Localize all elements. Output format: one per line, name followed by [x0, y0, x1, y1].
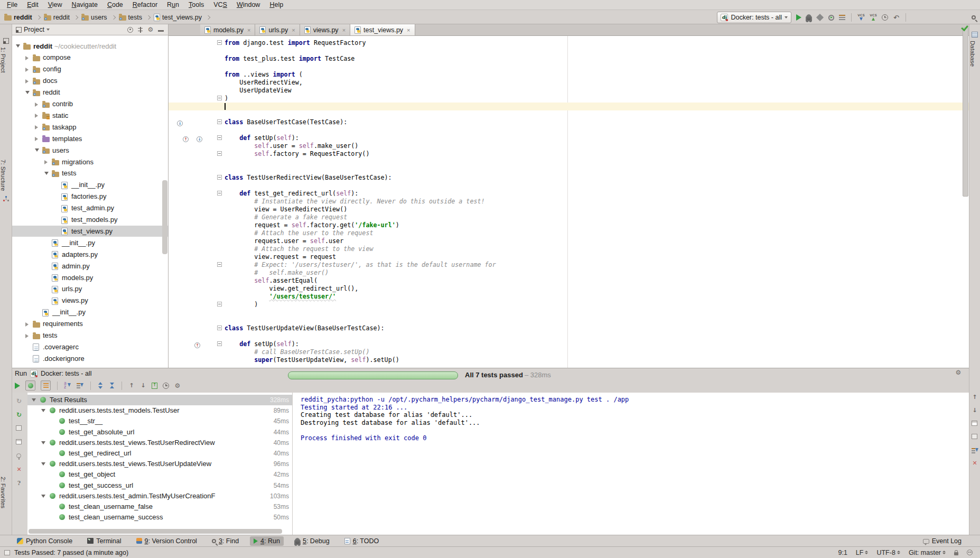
- tree-item-config[interactable]: config: [12, 64, 168, 75]
- toolwindow-button-6-todo[interactable]: 6: TODO: [341, 536, 383, 546]
- test-row[interactable]: reddit.users.tests.test_models.TestUser8…: [27, 405, 292, 416]
- tab-urls.py[interactable]: urls.py×: [255, 24, 300, 35]
- dbtool-icon[interactable]: [972, 32, 978, 38]
- profiler-icon[interactable]: [828, 15, 834, 21]
- tree-item-admin.py[interactable]: admin.py: [12, 261, 168, 272]
- expanded-arrow-icon[interactable]: [41, 441, 45, 444]
- expanded-arrow-icon[interactable]: [32, 398, 36, 402]
- breadcrumb-item[interactable]: test_views.py: [154, 14, 202, 21]
- toolwindow-toggle-icon[interactable]: [4, 550, 10, 555]
- tree-item-requirements[interactable]: requirements: [12, 319, 168, 330]
- fold-marker-icon[interactable]: [217, 135, 222, 140]
- fold-marker-icon[interactable]: [217, 96, 222, 100]
- grid-icon[interactable]: [16, 439, 22, 444]
- play-icon[interactable]: [796, 14, 801, 21]
- sortdur-icon[interactable]: [77, 382, 84, 389]
- close-icon[interactable]: [972, 460, 978, 467]
- tree-item-__init__.py[interactable]: __init__.py: [12, 237, 168, 248]
- tree-item-compose[interactable]: compose: [12, 52, 168, 63]
- clock-icon[interactable]: [882, 14, 888, 21]
- expanded-arrow-icon[interactable]: [44, 172, 49, 175]
- gear-icon[interactable]: [955, 369, 962, 376]
- collapsed-arrow-icon[interactable]: [25, 334, 29, 338]
- tree-item-.dockerignore[interactable]: .dockerignore: [12, 353, 168, 364]
- breadcrumb-item[interactable]: tests: [119, 14, 142, 21]
- tree-item-__init__.py[interactable]: __init__.py: [12, 307, 168, 318]
- coverage-icon[interactable]: [816, 14, 824, 21]
- tab-views.py[interactable]: views.py×: [300, 24, 350, 35]
- collapsed-arrow-icon[interactable]: [25, 79, 29, 83]
- rerun-icon[interactable]: [16, 412, 22, 418]
- tree-item-templates[interactable]: templates: [12, 133, 168, 144]
- tree-item-test_views.py[interactable]: test_views.py: [12, 226, 168, 237]
- sidebar-item-database[interactable]: Database: [969, 41, 980, 67]
- status-widget[interactable]: Git: master: [909, 549, 946, 556]
- collapsed-arrow-icon[interactable]: [35, 114, 38, 118]
- test-row[interactable]: reddit.users.tests.test_views.TestUserUp…: [27, 459, 292, 469]
- fold-marker-icon[interactable]: [217, 341, 222, 346]
- menu-help[interactable]: Help: [265, 1, 288, 8]
- tree-item-.coveragerc[interactable]: .coveragerc: [12, 341, 168, 352]
- toolwindow-button-3-find[interactable]: 3: Find: [208, 536, 242, 546]
- tab-close-icon[interactable]: ×: [342, 27, 346, 33]
- ovr-down-icon[interactable]: [197, 136, 202, 142]
- editor-scrollbar[interactable]: [963, 27, 968, 197]
- tab-models.py[interactable]: models.py×: [200, 24, 255, 35]
- rerunfail-icon[interactable]: [16, 398, 22, 404]
- menu-view[interactable]: View: [43, 1, 67, 8]
- event-log-button[interactable]: Event Log: [919, 536, 965, 546]
- collapsed-arrow-icon[interactable]: [25, 322, 29, 327]
- menu-window[interactable]: Window: [232, 1, 265, 8]
- projtool-icon[interactable]: [3, 38, 9, 44]
- arrup-icon[interactable]: [128, 383, 135, 389]
- arrdown-icon[interactable]: [140, 383, 146, 389]
- clock-icon[interactable]: [163, 383, 169, 389]
- tab-test_views.py[interactable]: test_views.py×: [350, 24, 415, 35]
- fold-marker-icon[interactable]: [217, 119, 222, 124]
- menu-tools[interactable]: Tools: [184, 1, 209, 8]
- test-row[interactable]: test__str__45ms: [27, 416, 292, 426]
- fold-marker-icon[interactable]: [217, 191, 222, 196]
- tree-item-reddit[interactable]: reddit: [12, 87, 168, 98]
- ovr-down-icon[interactable]: [177, 120, 183, 126]
- fold-marker-icon[interactable]: [217, 302, 222, 306]
- collapsed-arrow-icon[interactable]: [44, 160, 48, 164]
- split-icon[interactable]: [137, 27, 143, 33]
- conlines-toggle-button[interactable]: [41, 380, 51, 390]
- fold-marker-icon[interactable]: [217, 40, 222, 45]
- gear-icon[interactable]: [174, 383, 181, 389]
- okball-toggle-button[interactable]: [25, 380, 35, 390]
- vcsup-icon[interactable]: VCS: [870, 14, 877, 22]
- face-icon[interactable]: [967, 550, 973, 555]
- test-row[interactable]: Test Results328ms: [27, 395, 292, 405]
- tree-item-migrations[interactable]: migrations: [12, 156, 168, 168]
- tree-item-adapters.py[interactable]: adapters.py: [12, 249, 168, 260]
- frame-icon[interactable]: [972, 434, 977, 439]
- menu-vcs[interactable]: VCS: [209, 1, 232, 8]
- run-configuration-select[interactable]: djDocker: tests - all: [717, 12, 791, 23]
- close-icon[interactable]: [16, 467, 22, 473]
- collapsed-arrow-icon[interactable]: [25, 56, 29, 60]
- breadcrumb-item[interactable]: users: [81, 14, 107, 21]
- toolwindow-button-python-console[interactable]: Python Console: [13, 536, 76, 546]
- test-row[interactable]: test_clean_username_success50ms: [27, 512, 292, 523]
- gear-icon[interactable]: [147, 26, 154, 33]
- rundash-icon[interactable]: [839, 15, 845, 20]
- expanded-arrow-icon[interactable]: [41, 462, 45, 466]
- tree-item-test_admin.py[interactable]: test_admin.py: [12, 203, 168, 214]
- expanded-arrow-icon[interactable]: [16, 44, 20, 48]
- fold-marker-icon[interactable]: [217, 326, 222, 330]
- tree-item-contrib[interactable]: contrib: [12, 99, 168, 110]
- menu-run[interactable]: Run: [162, 1, 184, 8]
- toolwindow-button-terminal[interactable]: Terminal: [83, 536, 125, 546]
- tree-item-reddit[interactable]: reddit ~/cookiecutter/reddit: [12, 41, 168, 52]
- ovr-up-icon[interactable]: [194, 342, 200, 348]
- test-row[interactable]: test_get_object42ms: [27, 469, 292, 480]
- breadcrumb-item[interactable]: reddit: [44, 14, 70, 21]
- collapsed-arrow-icon[interactable]: [35, 125, 38, 129]
- collapsed-arrow-icon[interactable]: [35, 137, 38, 141]
- test-row[interactable]: test_get_redirect_url40ms: [27, 448, 292, 459]
- test-row[interactable]: test_get_success_url54ms: [27, 480, 292, 491]
- hidebar-icon[interactable]: [158, 27, 164, 33]
- expand-icon[interactable]: [97, 382, 104, 389]
